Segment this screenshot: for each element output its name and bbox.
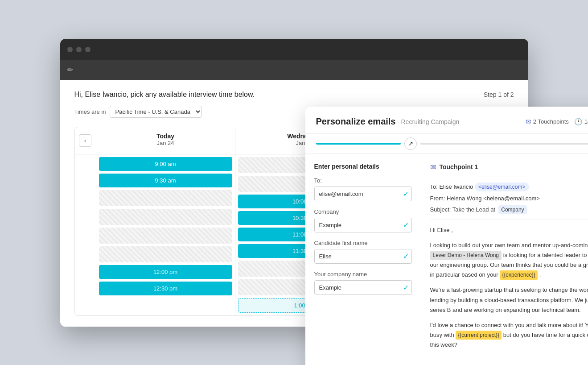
form-group-yourcompany: Your company name ✓ xyxy=(314,271,412,295)
firstname-input[interactable] xyxy=(315,249,399,263)
time-slot[interactable]: 9:30 am xyxy=(99,174,232,187)
schedule-title: Hi, Elise Iwancio, pick any available in… xyxy=(74,91,255,99)
experience-tag: {{experience}} xyxy=(500,270,538,279)
form-label-yourcompany: Your company name xyxy=(314,271,412,278)
progress-bar-inactive xyxy=(420,143,588,145)
check-icon-to: ✓ xyxy=(399,190,412,198)
timezone-select[interactable]: Pacific Time - U.S. & Canada xyxy=(110,106,202,118)
share-button[interactable]: ↗ xyxy=(404,137,417,150)
day-name-0: Today xyxy=(100,133,231,140)
window-dot-green xyxy=(85,47,90,52)
day-col-0: 9:00 am 9:30 am 12:00 pm 12:30 pm xyxy=(96,154,235,315)
to-input[interactable] xyxy=(315,187,399,201)
form-section-title: Enter personal details xyxy=(314,163,412,170)
touchpoint-header: ✉ Touchpoint 1 xyxy=(430,163,588,177)
touchpoints-label: 2 Touchpoints xyxy=(533,118,569,125)
calendar-day-today: Today Jan 24 xyxy=(96,127,235,154)
modal-subtitle: Recruiting Campaign xyxy=(401,118,459,125)
email-para3: I'd love a chance to connect with you an… xyxy=(430,320,588,350)
modal-body: Enter personal details To: ✓ Company xyxy=(305,154,588,365)
yourcompany-input[interactable] xyxy=(315,281,399,294)
modal-header: Personalize emails Recruiting Campaign ✉… xyxy=(305,107,588,134)
to-input-row: ✓ xyxy=(314,187,412,201)
clock-icon: 🕐 xyxy=(574,118,583,126)
time-slot-empty xyxy=(99,246,232,262)
email-from: From: Helena Wong <helena@email.com> xyxy=(430,194,588,203)
progress-row: ↗ xyxy=(305,134,588,154)
touchpoint-title: Touchpoint 1 xyxy=(440,163,478,170)
day-date-0: Jan 24 xyxy=(100,140,231,146)
form-group-firstname: Candidate first name ✓ xyxy=(314,240,412,264)
browser-content: Hi, Elise Iwancio, pick any available in… xyxy=(60,80,528,327)
form-group-company: Company ✓ xyxy=(314,208,412,232)
time-slot-empty xyxy=(99,209,232,225)
time-slot[interactable]: 9:00 am xyxy=(99,157,232,171)
calendar-prev-button[interactable]: ‹ xyxy=(79,134,91,147)
personalize-emails-modal: Personalize emails Recruiting Campaign ✉… xyxy=(305,107,588,365)
time-slot-empty xyxy=(99,190,232,206)
check-icon-yourcompany: ✓ xyxy=(399,283,412,292)
touchpoints-badge: ✉ 2 Touchpoints xyxy=(526,118,569,126)
edit-icon: ✏ xyxy=(67,66,73,74)
email-subject: Subject: Take the Lead at Company xyxy=(430,205,588,214)
email-to: To: Elise Iwancio <elise@email.com> xyxy=(430,182,588,191)
time-slot-empty xyxy=(99,228,232,244)
company-input[interactable] xyxy=(315,218,399,232)
check-icon-company: ✓ xyxy=(399,221,412,229)
check-icon-firstname: ✓ xyxy=(399,252,412,261)
browser-titlebar xyxy=(60,39,528,60)
form-group-to: To: ✓ xyxy=(314,177,412,201)
email-divider xyxy=(430,220,588,220)
time-slot[interactable]: 12:00 pm xyxy=(99,265,232,279)
email-para2: We're a fast-growing startup that is see… xyxy=(430,285,588,315)
modal-left-panel: Enter personal details To: ✓ Company xyxy=(305,154,421,365)
firstname-input-row: ✓ xyxy=(314,249,412,264)
time-column xyxy=(75,154,96,315)
timezone-label: Times are in xyxy=(74,108,106,115)
calendar-nav-cell: ‹ xyxy=(75,127,96,154)
time-slot[interactable]: 12:30 pm xyxy=(99,282,232,295)
days-badge: 🕐 14 Days xyxy=(574,118,588,126)
modal-meta: ✉ 2 Touchpoints 🕐 14 Days HW EI xyxy=(526,116,588,128)
touchpoint-email-icon: ✉ xyxy=(430,163,436,171)
form-label-firstname: Candidate first name xyxy=(314,240,412,246)
browser-window: ✏ Hi, Elise Iwancio, pick any available … xyxy=(60,39,528,327)
form-label-to: To: xyxy=(314,177,412,184)
schedule-header: Hi, Elise Iwancio, pick any available in… xyxy=(74,91,514,99)
days-label: 14 Days xyxy=(584,118,588,125)
email-icon: ✉ xyxy=(526,118,531,126)
modal-title: Personalize emails xyxy=(316,116,396,127)
email-para1: Looking to build out your own team and m… xyxy=(430,241,588,280)
yourcompany-input-row: ✓ xyxy=(314,280,412,295)
window-dot-yellow xyxy=(76,47,82,52)
step-indicator: Step 1 of 2 xyxy=(484,91,514,98)
lever-tag: Lever Demo - Helena Wong xyxy=(430,251,502,260)
subject-company-tag: Company xyxy=(498,205,526,214)
browser-toolbar: ✏ xyxy=(60,60,528,80)
email-body: Hi Elise , Looking to build out your own… xyxy=(430,225,588,350)
recipient-tag: <elise@email.com> xyxy=(475,182,529,191)
company-input-row: ✓ xyxy=(314,218,412,232)
current-project-tag: {{current project}} xyxy=(456,331,502,340)
form-label-company: Company xyxy=(314,208,412,215)
progress-bar-active xyxy=(316,143,401,145)
email-greeting: Hi Elise , xyxy=(430,225,588,235)
modal-title-area: Personalize emails Recruiting Campaign xyxy=(316,116,460,127)
modal-right-panel: ✉ Touchpoint 1 To: Elise Iwancio <elise@… xyxy=(421,154,588,365)
window-dot-red xyxy=(67,47,73,52)
